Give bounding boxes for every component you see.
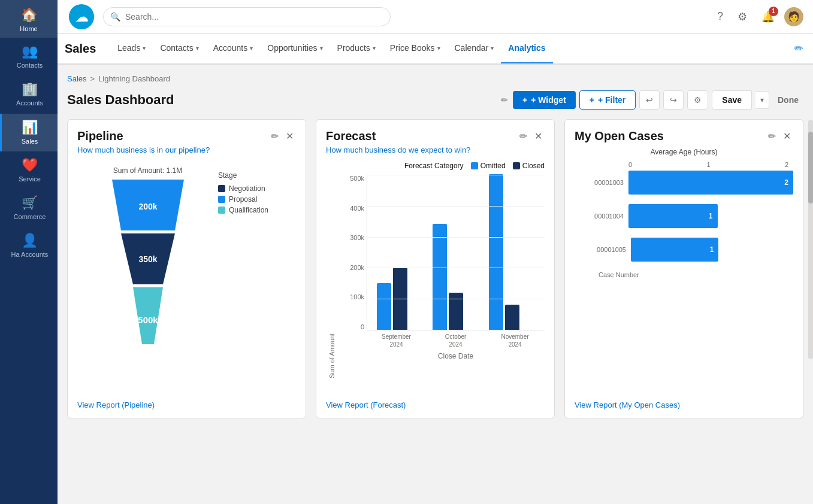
leads-chevron-icon: ▾: [143, 45, 146, 51]
bar-nov-closed: [505, 305, 519, 330]
legend-proposal: Proposal: [218, 195, 296, 204]
case-3-bar-area: 1: [631, 238, 793, 262]
pipeline-actions: ✏ ✕: [268, 129, 296, 143]
pipeline-widget: Pipeline ✏ ✕ How much business is in our…: [67, 119, 306, 418]
page-scrollbar[interactable]: [808, 120, 813, 359]
dashboard-grid: Pipeline ✏ ✕ How much business is in our…: [67, 119, 803, 418]
forecast-xaxis: September2024 October2024 November2024: [338, 333, 545, 348]
plus-icon: +: [522, 95, 527, 105]
case-1-bar-area: 2: [628, 171, 793, 195]
svg-text:500k: 500k: [138, 315, 158, 325]
pipeline-header: Pipeline ✏ ✕: [77, 129, 296, 143]
case-row-2: 00001004 1: [575, 204, 793, 228]
bar-oct-2024: [433, 224, 479, 330]
open-cases-edit-button[interactable]: ✏: [766, 129, 778, 143]
sidebar-item-service[interactable]: ❤️ Service: [0, 151, 58, 189]
case-row-1: 00001003 2: [575, 171, 793, 195]
forecast-subtitle[interactable]: How much business do we expect to win?: [326, 145, 545, 154]
pipeline-title: Pipeline: [77, 129, 123, 143]
your-accounts-icon: 👤: [22, 233, 38, 248]
app-navigation: Sales Leads ▾ Contacts ▾ Accounts ▾ Oppo…: [58, 34, 813, 65]
dashboard-settings-button[interactable]: ⚙: [687, 90, 708, 110]
products-chevron-icon: ▾: [373, 45, 376, 51]
breadcrumb-current: Lightning Dashboard: [98, 74, 170, 83]
home-icon: 🏠: [21, 7, 37, 23]
calendar-chevron-icon: ▾: [491, 45, 494, 51]
appnav-analytics[interactable]: Analytics: [501, 34, 552, 63]
help-button[interactable]: ?: [712, 8, 728, 25]
forecast-edit-button[interactable]: ✏: [517, 129, 530, 143]
open-cases-actions: ✏ ✕: [766, 129, 793, 143]
undo-button[interactable]: ↩: [639, 90, 660, 110]
appnav-products[interactable]: Products ▾: [330, 34, 383, 63]
add-widget-button[interactable]: + + Widget: [513, 91, 576, 109]
forecast-footer[interactable]: View Report (Forecast): [326, 400, 406, 409]
case-ylabel-wrap: [575, 238, 578, 262]
breadcrumb: Sales > Lightning Dashboard: [67, 74, 803, 83]
negotiation-swatch: [218, 185, 225, 192]
sidebar-item-your-accounts[interactable]: 👤 Ha Accounts: [0, 227, 58, 265]
forecast-close-button[interactable]: ✕: [532, 129, 545, 143]
pipeline-close-button[interactable]: ✕: [283, 129, 296, 143]
forecast-title: Forecast: [326, 129, 376, 143]
forecast-xlabel: Close Date: [338, 352, 545, 360]
pipeline-edit-button[interactable]: ✏: [268, 129, 281, 143]
case-row-3: 00001005 1: [575, 238, 793, 262]
open-cases-title: My Open Cases: [575, 129, 664, 143]
appnav-edit-icon[interactable]: ✏: [792, 40, 806, 57]
sidebar-item-commerce[interactable]: 🛒 Commerce: [0, 189, 58, 227]
sidebar: 🏠 Home 👥 Contacts 🏢 Accounts 📊 Sales ❤️ …: [0, 0, 58, 504]
user-avatar[interactable]: 🧑: [784, 7, 803, 26]
bar-nov-2024: [489, 174, 535, 330]
appnav-opportunities[interactable]: Opportunities ▾: [260, 34, 330, 63]
dashboard-edit-icon[interactable]: ✏: [501, 95, 508, 105]
top-navigation: ☁ 🔍 ? ⚙ 🔔 1 🧑: [58, 0, 813, 34]
redo-button[interactable]: ↪: [663, 90, 684, 110]
open-cases-close-button[interactable]: ✕: [781, 129, 793, 143]
pipeline-subtitle[interactable]: How much business is in our pipeline?: [77, 145, 296, 154]
legend-closed: Closed: [513, 162, 545, 170]
legend-negotiation: Negotiation: [218, 184, 296, 193]
add-filter-button[interactable]: + + Filter: [579, 90, 636, 110]
pipeline-footer[interactable]: View Report (Pipeline): [77, 400, 155, 409]
appnav-items: Leads ▾ Contacts ▾ Accounts ▾ Opportunit…: [110, 34, 552, 63]
search-input[interactable]: [103, 7, 391, 26]
appnav-leads[interactable]: Leads ▾: [110, 34, 153, 63]
notifications-wrap: 🔔 1: [757, 8, 779, 26]
svg-text:☁: ☁: [75, 10, 88, 23]
sidebar-item-accounts[interactable]: 🏢 Accounts: [0, 75, 58, 113]
open-cases-footer[interactable]: View Report (My Open Cases): [575, 400, 680, 409]
done-button[interactable]: Done: [773, 91, 803, 109]
forecast-header: Forecast ✏ ✕: [326, 129, 545, 143]
scrollbar-thumb[interactable]: [808, 132, 813, 204]
open-cases-xaxis: 0 1 2: [575, 161, 793, 168]
breadcrumb-root[interactable]: Sales: [67, 74, 87, 83]
save-dropdown-button[interactable]: ▾: [755, 91, 769, 109]
settings-button[interactable]: ⚙: [733, 8, 752, 26]
closed-swatch: [513, 162, 520, 169]
sidebar-item-home[interactable]: 🏠 Home: [0, 0, 58, 38]
appnav-price-books[interactable]: Price Books ▾: [383, 34, 448, 63]
dashboard-actions: + + Widget + + Filter ↩ ↪ ⚙ Save ▾ Done: [513, 90, 803, 110]
legend-qualification: Qualification: [218, 206, 296, 214]
forecast-actions: ✏ ✕: [517, 129, 545, 143]
forecast-legend-category: Forecast Category: [404, 162, 464, 170]
bar-nov-omitted: [489, 174, 503, 330]
sidebar-item-sales[interactable]: 📊 Sales: [0, 114, 58, 151]
dashboard-header: Sales Dashboard ✏ + + Widget + + Filter …: [67, 90, 803, 110]
appnav-calendar[interactable]: Calendar ▾: [448, 34, 501, 63]
accounts-icon: 🏢: [22, 81, 38, 97]
appnav-accounts[interactable]: Accounts ▾: [206, 34, 261, 63]
commerce-icon: 🛒: [22, 195, 38, 211]
price-books-chevron-icon: ▾: [437, 45, 440, 51]
sales-icon: 📊: [22, 120, 38, 135]
sidebar-item-contacts[interactable]: 👥 Contacts: [0, 38, 58, 75]
stage-label: Stage: [218, 171, 296, 180]
case-2-bar-area: 1: [628, 204, 793, 228]
search-bar: 🔍: [103, 7, 391, 26]
appnav-contacts[interactable]: Contacts ▾: [153, 34, 205, 63]
forecast-ylabel: Sum of Amount: [326, 175, 338, 378]
svg-text:350k: 350k: [138, 254, 157, 264]
svg-text:200k: 200k: [138, 202, 157, 211]
save-button[interactable]: Save: [712, 90, 752, 110]
